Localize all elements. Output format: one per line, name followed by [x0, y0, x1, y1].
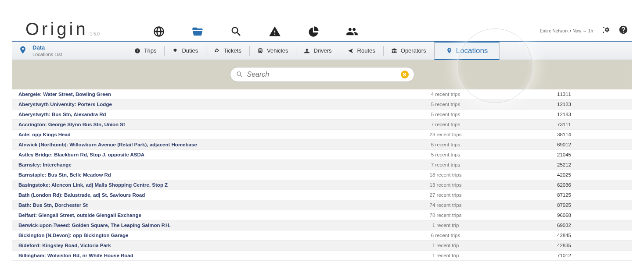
header-nav-icons [152, 25, 359, 38]
subnav-subtitle: Locations List [32, 52, 62, 57]
tab-label: Operators [401, 47, 426, 54]
subnav-title: Data [32, 44, 62, 51]
location-trips: 7 recent trips [389, 122, 503, 127]
pie-chart-icon[interactable] [307, 25, 320, 38]
search-input[interactable] [247, 71, 397, 78]
location-row[interactable]: Berwick-upon-Tweed: Golden Square, The L… [12, 220, 632, 230]
tab-drivers[interactable]: Drivers [296, 45, 339, 57]
location-row[interactable]: Alnwick [Northumb]: Willowburn Avenue (R… [12, 140, 632, 150]
search-strip [12, 60, 632, 89]
location-name: Billingham: Wolviston Rd, nr White House… [18, 253, 389, 258]
warning-icon[interactable] [268, 25, 281, 38]
tab-routes[interactable]: Routes [340, 45, 383, 57]
location-code: 12123 [503, 102, 626, 107]
pin-icon [18, 46, 27, 56]
tab-label: Drivers [313, 47, 331, 54]
location-name: Bickington [N.Devon]: opp Bickington Gar… [18, 233, 389, 238]
location-code: 87025 [503, 202, 626, 208]
location-name: Aberystwyth University: Porters Lodge [18, 102, 389, 107]
location-row[interactable]: Bath (London Rd): Balustrade, adj St. Sa… [12, 190, 632, 200]
location-row[interactable]: Basingstoke: Alencon Link, adj Malls Sho… [12, 180, 632, 190]
tab-label: Locations [456, 46, 488, 55]
location-trips: 13 recent trips [389, 182, 503, 188]
location-code: 73111 [503, 122, 626, 127]
location-code: 11311 [503, 92, 626, 97]
tab-trips[interactable]: i Trips [126, 45, 164, 57]
tab-label: Tickets [223, 47, 241, 54]
network-scope[interactable]: Entire Network • Now → 1h [540, 28, 593, 33]
location-trips: 5 recent trips [389, 102, 503, 107]
location-name: Barnsley: Interchange [18, 162, 389, 167]
location-name: Basingstoke: Alencon Link, adj Malls Sho… [18, 182, 389, 188]
search-icon[interactable] [230, 25, 243, 38]
location-code: 12183 [503, 112, 626, 117]
location-trips: 5 recent trips [389, 112, 503, 117]
location-row[interactable]: Barnstaple: Bus Stn, Belle Meadow Rd18 r… [12, 170, 632, 180]
location-row[interactable]: Belfast: Glengall Street, outside Glenga… [12, 210, 632, 220]
globe-icon[interactable] [152, 25, 165, 38]
tab-vehicles[interactable]: Vehicles [249, 45, 296, 57]
app-version: 1.5.0 [90, 32, 100, 36]
location-code: 71012 [503, 253, 626, 258]
location-name: Accrington: George Slynn Bus Stn, Union … [18, 122, 389, 127]
location-row[interactable]: Aberystwyth University: Porters Lodge5 r… [12, 99, 632, 110]
tab-label: Duties [182, 47, 198, 54]
clear-search-button[interactable] [401, 71, 409, 78]
location-name: Astley Bridge: Blackburn Rd, Stop J, opp… [18, 152, 389, 157]
tab-label: Vehicles [267, 47, 288, 54]
folder-open-icon[interactable] [191, 25, 204, 38]
location-name: Belfast: Glengall Street, outside Glenga… [18, 213, 389, 218]
location-code: 69012 [503, 142, 626, 147]
location-code: 96068 [503, 213, 626, 218]
location-code: 21045 [503, 152, 626, 157]
location-code: 69032 [503, 223, 626, 228]
header-right: Entire Network • Now → 1h [540, 25, 632, 36]
location-trips: 6 recent trips [389, 142, 503, 147]
location-trips: 6 recent trips [389, 233, 503, 238]
location-trips: 78 recent trips [389, 213, 503, 218]
users-icon[interactable] [345, 25, 359, 38]
location-trips: 23 recent trips [389, 132, 503, 137]
location-row[interactable]: Acle: opp Kings Head23 recent trips38114 [12, 130, 632, 140]
location-code: 42835 [503, 243, 626, 248]
subnav-tabs: i Trips Duties Tickets Vehicles Drivers [126, 42, 500, 60]
location-trips: 1 recent trip [389, 243, 503, 248]
location-row[interactable]: Astley Bridge: Blackburn Rd, Stop J, opp… [12, 150, 632, 160]
app-header: Origin 1.5.0 Entire Network • Now → [12, 15, 632, 42]
location-name: Acle: opp Kings Head [18, 132, 389, 137]
search-box[interactable] [230, 67, 414, 82]
location-name: Barnstaple: Bus Stn, Belle Meadow Rd [18, 172, 389, 177]
location-row[interactable]: Barnsley: Interchange7 recent trips25212 [12, 160, 632, 170]
location-row[interactable]: Billingham: Wolviston Rd, nr White House… [12, 251, 632, 261]
tab-label: Routes [357, 47, 375, 54]
location-row[interactable]: Accrington: George Slynn Bus Stn, Union … [12, 120, 632, 130]
locations-table: Abergele: Water Street, Bowling Green4 r… [12, 89, 632, 261]
search-icon [236, 71, 244, 78]
location-row[interactable]: Bickington [N.Devon]: opp Bickington Gar… [12, 230, 632, 241]
location-row[interactable]: Bideford: Kingsley Road, Victoria Park1 … [12, 241, 632, 251]
location-trips: 27 recent trips [389, 192, 503, 198]
location-trips: 74 recent trips [389, 202, 503, 208]
location-row[interactable]: Aberystwyth: Bus Stn, Alexandra Rd5 rece… [12, 110, 632, 120]
tab-label: Trips [144, 47, 156, 54]
location-row[interactable]: Bath: Bus Stn, Dorchester St74 recent tr… [12, 200, 632, 210]
tab-operators[interactable]: Operators [383, 45, 434, 57]
location-trips: 5 recent trips [389, 152, 503, 157]
location-code: 42025 [503, 172, 626, 177]
location-trips: 1 recent trip [389, 253, 503, 258]
help-icon[interactable] [619, 25, 628, 36]
tab-locations[interactable]: Locations [434, 42, 500, 60]
location-trips: 7 recent trips [389, 162, 503, 167]
subnav: Data Locations List i Trips Duties Ticke… [12, 42, 632, 60]
settings-icon[interactable] [601, 25, 611, 36]
location-code: 62036 [503, 182, 626, 188]
location-name: Aberystwyth: Bus Stn, Alexandra Rd [18, 112, 389, 117]
location-row[interactable]: Abergele: Water Street, Bowling Green4 r… [12, 89, 632, 99]
location-trips: 18 recent trips [389, 172, 503, 177]
location-trips: 4 recent trips [389, 92, 503, 97]
location-name: Bideford: Kingsley Road, Victoria Park [18, 243, 389, 248]
tab-duties[interactable]: Duties [164, 45, 206, 57]
subnav-heading: Data Locations List [12, 44, 126, 57]
location-name: Abergele: Water Street, Bowling Green [18, 92, 389, 97]
tab-tickets[interactable]: Tickets [206, 45, 249, 57]
